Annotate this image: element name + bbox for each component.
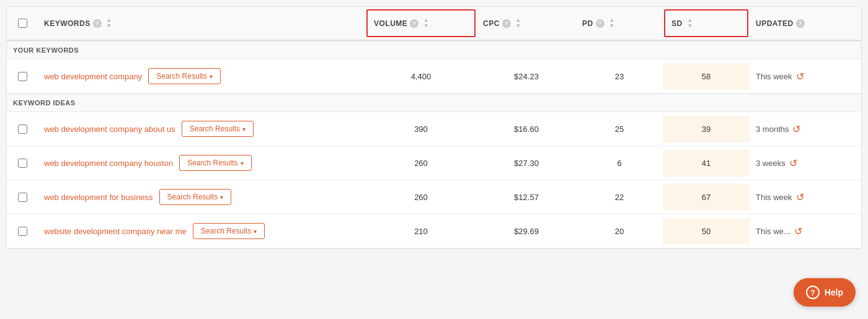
- keywords-sort[interactable]: ▲ ▼: [107, 18, 112, 28]
- volume-cell-5: 210: [365, 218, 477, 245]
- volume-cell-2: 390: [365, 116, 477, 142]
- sd-cell-2: 39: [663, 116, 750, 142]
- search-results-btn-5[interactable]: Search Results ▾: [193, 223, 265, 239]
- search-results-btn-4[interactable]: Search Results ▾: [159, 189, 231, 205]
- volume-sort[interactable]: ▲ ▼: [423, 18, 428, 28]
- table-header: KEYWORDS ? ▲ ▼ VOLUME ? ▲ ▼ CPC ? ▲ ▼ PD: [7, 7, 861, 41]
- pd-cell-1: 23: [576, 63, 663, 90]
- search-results-btn-3[interactable]: Search Results ▾: [179, 155, 251, 171]
- row-checkbox-1[interactable]: [18, 72, 27, 81]
- table-row: web development company houston Search R…: [7, 146, 861, 180]
- select-all-checkbox[interactable]: [18, 19, 27, 28]
- th-volume: VOLUME ? ▲ ▼: [366, 9, 476, 37]
- search-results-btn-1[interactable]: Search Results ▾: [148, 68, 220, 84]
- search-results-label-3: Search Results: [187, 159, 237, 167]
- row-checkbox-cell-2[interactable]: [7, 116, 38, 142]
- sd-cell-1: 58: [663, 63, 750, 90]
- keyword-text-1[interactable]: web development company: [44, 72, 142, 81]
- pd-info-icon[interactable]: ?: [596, 19, 604, 28]
- updated-text-5: This we...: [756, 227, 790, 236]
- pd-cell-2: 25: [576, 116, 663, 142]
- sd-cell-4: 67: [663, 184, 750, 211]
- cpc-cell-4: $12.57: [477, 184, 576, 211]
- updated-info-icon[interactable]: ?: [796, 19, 805, 28]
- search-results-label-4: Search Results: [167, 193, 218, 201]
- th-updated: UPDATED ?: [750, 12, 861, 35]
- keyword-table: KEYWORDS ? ▲ ▼ VOLUME ? ▲ ▼ CPC ? ▲ ▼ PD: [6, 6, 862, 249]
- keyword-cell-4: web development for business Search Resu…: [38, 180, 365, 214]
- refresh-icon-2[interactable]: ↺: [792, 123, 800, 135]
- row-checkbox-4[interactable]: [18, 193, 27, 202]
- search-results-label-5: Search Results: [201, 227, 251, 235]
- search-results-btn-2[interactable]: Search Results ▾: [182, 121, 254, 137]
- search-results-label-2: Search Results: [190, 125, 240, 133]
- updated-text-1: This week: [756, 72, 792, 81]
- cpc-cell-5: $29.69: [477, 218, 576, 245]
- updated-cell-2: 3 months ↺: [750, 115, 861, 144]
- th-cpc-label: CPC: [483, 19, 500, 28]
- row-checkbox-cell-5[interactable]: [7, 218, 38, 245]
- search-results-label-1: Search Results: [156, 72, 206, 81]
- pd-cell-5: 20: [576, 218, 663, 245]
- cpc-sort[interactable]: ▲ ▼: [516, 18, 521, 28]
- sd-cell-3: 41: [663, 150, 750, 177]
- th-pd-label: PD: [582, 19, 593, 28]
- keyword-cell-5: website development company near me Sear…: [38, 214, 365, 248]
- pd-cell-3: 6: [576, 150, 663, 177]
- th-updated-label: UPDATED: [756, 19, 794, 28]
- keywords-info-icon[interactable]: ?: [93, 19, 102, 28]
- keyword-text-2[interactable]: web development company about us: [44, 125, 175, 134]
- updated-text-4: This week: [756, 193, 792, 202]
- th-volume-label: VOLUME: [374, 19, 407, 28]
- row-checkbox-2[interactable]: [18, 125, 27, 134]
- volume-cell-1: 4,400: [365, 63, 477, 90]
- keyword-text-5[interactable]: website development company near me: [44, 227, 187, 236]
- updated-text-2: 3 months: [756, 125, 789, 134]
- volume-info-icon[interactable]: ?: [410, 19, 418, 28]
- th-sd: SD ▲ ▼: [664, 9, 748, 37]
- refresh-icon-4[interactable]: ↺: [796, 191, 804, 203]
- cpc-cell-2: $16.60: [477, 116, 576, 142]
- row-checkbox-5[interactable]: [18, 227, 27, 236]
- keyword-ideas-label: KEYWORD IDEAS: [7, 94, 861, 111]
- refresh-icon-1[interactable]: ↺: [796, 71, 804, 82]
- refresh-icon-5[interactable]: ↺: [794, 225, 802, 237]
- updated-cell-5: This we... ↺: [750, 217, 861, 246]
- table-row: web development for business Search Resu…: [7, 180, 861, 214]
- th-cpc: CPC ? ▲ ▼: [477, 11, 576, 36]
- keyword-text-3[interactable]: web development company houston: [44, 159, 173, 168]
- th-keywords: KEYWORDS ? ▲ ▼: [38, 11, 365, 36]
- keyword-cell-2: web development company about us Search …: [38, 112, 365, 146]
- pd-cell-4: 22: [576, 184, 663, 211]
- chevron-down-icon-5: ▾: [254, 228, 257, 235]
- row-checkbox-cell-4[interactable]: [7, 184, 38, 211]
- table-row: web development company about us Search …: [7, 112, 861, 146]
- select-all-checkbox-cell[interactable]: [7, 11, 38, 35]
- chevron-down-icon-3: ▾: [241, 160, 244, 167]
- refresh-icon-3[interactable]: ↺: [789, 157, 797, 169]
- volume-cell-3: 260: [365, 150, 477, 177]
- updated-cell-3: 3 weeks ↺: [750, 149, 861, 178]
- keyword-ideas-section-header: KEYWORD IDEAS: [7, 94, 861, 112]
- table-row: website development company near me Sear…: [7, 214, 861, 248]
- pd-sort[interactable]: ▲ ▼: [609, 18, 614, 28]
- sd-cell-5: 50: [663, 218, 750, 245]
- cpc-info-icon[interactable]: ?: [502, 19, 511, 28]
- your-keywords-section-header: YOUR KEYWORDS: [7, 41, 861, 59]
- keyword-cell-1: web development company Search Results ▾: [38, 59, 365, 93]
- volume-cell-4: 260: [365, 184, 477, 211]
- keyword-cell-3: web development company houston Search R…: [38, 146, 365, 180]
- table-row: web development company Search Results ▾…: [7, 59, 861, 94]
- cpc-cell-1: $24.23: [477, 63, 576, 90]
- sd-sort[interactable]: ▲ ▼: [688, 18, 693, 28]
- row-checkbox-cell-1[interactable]: [7, 63, 38, 90]
- updated-text-3: 3 weeks: [756, 159, 786, 168]
- updated-cell-4: This week ↺: [750, 183, 861, 212]
- th-sd-label: SD: [671, 19, 683, 28]
- chevron-down-icon-1: ▾: [210, 73, 213, 80]
- keyword-text-4[interactable]: web development for business: [44, 193, 153, 202]
- row-checkbox-3[interactable]: [18, 159, 27, 168]
- row-checkbox-cell-3[interactable]: [7, 150, 38, 177]
- th-keywords-label: KEYWORDS: [44, 19, 91, 28]
- chevron-down-icon-4: ▾: [220, 194, 223, 201]
